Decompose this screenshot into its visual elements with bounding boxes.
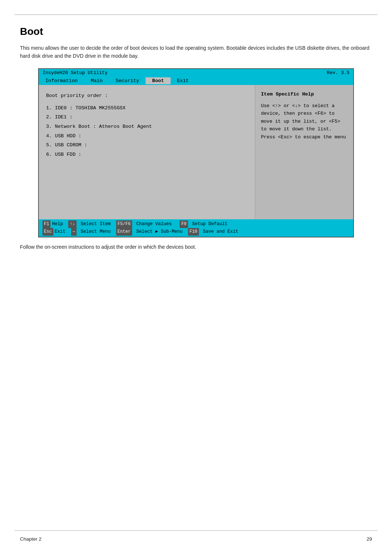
exit-label: Exit bbox=[55, 228, 71, 236]
page-number: 29 bbox=[367, 536, 372, 542]
bios-section-label: Boot priority order : bbox=[46, 93, 248, 98]
boot-item-5: 5. USB CDROM : bbox=[46, 141, 248, 150]
bios-help-text: Use <↑> or <↓> to select a device, then … bbox=[261, 102, 347, 141]
select-submenu-text: Select ▶ Sub-Menu bbox=[134, 228, 188, 236]
bottom-rule bbox=[15, 530, 377, 531]
boot-item-2: 2. IDE1 : bbox=[46, 113, 248, 122]
boot-item-3: 3. Network Boot : Atheros Boot Agent bbox=[46, 122, 248, 131]
bios-nav-bar: Information Main Security Boot Exit bbox=[39, 77, 353, 85]
f10-key: F10 bbox=[188, 228, 199, 235]
f5f6-key: F5/F6 bbox=[116, 220, 132, 228]
f1-key: F1 bbox=[42, 220, 50, 228]
bios-ui-container: InsydeH20 Setup Utility Rev. 3.5 Informa… bbox=[38, 68, 354, 238]
nav-information[interactable]: Information bbox=[39, 77, 84, 84]
select-menu-text: Select Menu bbox=[78, 228, 116, 236]
bios-title-bar: InsydeH20 Setup Utility Rev. 3.5 bbox=[39, 69, 353, 77]
follow-instructions-text: Follow the on-screen instructions to adj… bbox=[20, 244, 372, 250]
chapter-label: Chapter 2 bbox=[20, 536, 41, 542]
nav-main[interactable]: Main bbox=[84, 77, 109, 84]
nav-boot[interactable]: Boot bbox=[146, 77, 170, 84]
page-footer: Chapter 2 29 bbox=[20, 536, 372, 542]
bios-rev: Rev. 3.5 bbox=[327, 70, 350, 76]
change-values-text: Change Values bbox=[134, 220, 180, 228]
f9-key: F9 bbox=[180, 220, 188, 228]
bios-footer: F1 Help ↑↓ Select Item F5/F6 Change Valu… bbox=[39, 219, 353, 237]
esc-key: Esc bbox=[42, 228, 53, 235]
boot-item-1: 1. IDE0 : TOSHIBA MK2555GSX bbox=[46, 103, 248, 113]
arrow-updown-icon: ↑↓ bbox=[68, 220, 76, 228]
bios-footer-row1: F1 Help ↑↓ Select Item F5/F6 Change Valu… bbox=[42, 220, 350, 228]
bios-boot-list: 1. IDE0 : TOSHIBA MK2555GSX 2. IDE1 : 3.… bbox=[46, 103, 248, 159]
select-item-text: Select Item bbox=[78, 220, 116, 228]
bios-footer-row2: Esc Exit ↔ Select Menu Enter Select ▶ Su… bbox=[42, 228, 350, 236]
nav-exit[interactable]: Exit bbox=[171, 77, 195, 84]
bios-left-panel: Boot priority order : 1. IDE0 : TOSHIBA … bbox=[39, 85, 255, 219]
page-title: Boot bbox=[20, 26, 372, 37]
boot-item-6: 6. USB FDD : bbox=[46, 150, 248, 159]
intro-paragraph: This menu allows the user to decide the … bbox=[20, 44, 372, 60]
save-exit-text: Save and Exit bbox=[200, 228, 238, 236]
boot-item-4: 4. USB HDD : bbox=[46, 131, 248, 141]
nav-security[interactable]: Security bbox=[109, 77, 146, 84]
bios-help-title: Item Specific Help bbox=[261, 92, 347, 97]
help-label: Help bbox=[52, 220, 68, 228]
setup-default-text: Setup Default bbox=[189, 220, 228, 228]
bios-right-panel: Item Specific Help Use <↑> or <↓> to sel… bbox=[255, 85, 353, 219]
bios-main-area: Boot priority order : 1. IDE0 : TOSHIBA … bbox=[39, 85, 353, 219]
arrow-lr-icon: ↔ bbox=[71, 228, 77, 235]
enter-key: Enter bbox=[116, 228, 132, 235]
bios-title: InsydeH20 Setup Utility bbox=[42, 70, 107, 76]
